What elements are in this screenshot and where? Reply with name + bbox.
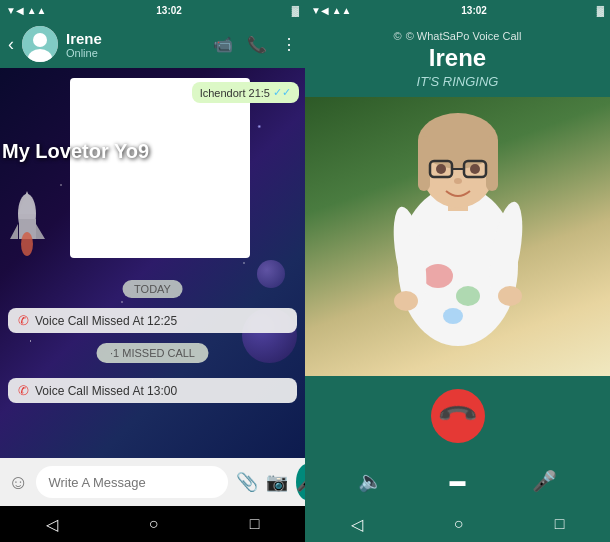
svg-point-24 xyxy=(454,178,462,184)
back-nav-button[interactable]: ◁ xyxy=(46,515,58,534)
svg-point-22 xyxy=(436,164,446,174)
svg-marker-6 xyxy=(10,224,18,239)
home-nav-button[interactable]: ○ xyxy=(149,515,159,533)
read-tick: ✓✓ xyxy=(273,86,291,99)
bottom-call-icons: 🔈 ▬ 🎤 xyxy=(305,456,610,506)
svg-point-12 xyxy=(456,286,480,306)
right-home-nav[interactable]: ○ xyxy=(454,515,464,533)
copyright-icon: © xyxy=(394,30,402,42)
voice-call-icon[interactable]: 📞 xyxy=(247,35,267,54)
emoji-button[interactable]: ☺ xyxy=(8,471,28,494)
left-status-bar: ▼◀ ▲▲ 13:02 ▓ xyxy=(0,0,305,20)
menu-icon[interactable]: ⋮ xyxy=(281,35,297,54)
app-label-text: © WhatSaPo Voice Call xyxy=(406,30,522,42)
recents-nav-button[interactable]: □ xyxy=(250,515,260,533)
caller-name: Irene xyxy=(305,44,610,72)
call-actions: 📞 xyxy=(305,376,610,456)
missed-call-message-2: ✆ Voice Call Missed At 13:00 xyxy=(8,378,297,403)
video-call-icon[interactable]: 📹 xyxy=(213,35,233,54)
message-input[interactable] xyxy=(36,466,228,498)
right-panel: ▼◀ ▲▲ 13:02 ▓ © © WhatSaPo Voice Call Ir… xyxy=(305,0,610,542)
video-toggle-button[interactable]: ▬ xyxy=(449,472,465,490)
overlay-text: My Lovetor Yo9 xyxy=(2,140,149,163)
chat-background: Ichendort 21:5 ✓✓ My Lovetor Yo9 xyxy=(0,68,305,458)
right-signal-icons: ▼◀ ▲▲ xyxy=(311,5,351,16)
missed-call-icon-2: ✆ xyxy=(18,383,29,398)
right-battery: ▓ xyxy=(597,5,604,16)
time-right: 13:02 xyxy=(461,5,487,16)
camera-icon[interactable]: 📷 xyxy=(266,471,288,493)
signal-icons: ▼◀ ▲▲ xyxy=(6,5,46,16)
chat-area: Ichendort 21:5 ✓✓ My Lovetor Yo9 xyxy=(0,68,305,458)
right-back-nav[interactable]: ◁ xyxy=(351,515,363,534)
svg-rect-17 xyxy=(418,136,430,191)
missed-call-message-1: ✆ Voice Call Missed At 12:25 xyxy=(8,308,297,333)
person-svg xyxy=(368,97,548,376)
mute-icon: 🎤 xyxy=(532,469,557,493)
speaker-button[interactable]: 🔈 xyxy=(358,469,383,493)
planet-small-decoration xyxy=(257,260,285,288)
decline-button[interactable]: 📞 xyxy=(419,378,495,454)
message-input-bar: ☺ 📎 📷 🎤 xyxy=(0,458,305,506)
right-status-bar: ▼◀ ▲▲ 13:02 ▓ xyxy=(305,0,610,20)
contact-status: Online xyxy=(66,47,205,59)
missed-call-badge: ·1 MISSED CALL xyxy=(96,343,209,363)
svg-point-1 xyxy=(33,33,47,47)
svg-point-23 xyxy=(470,164,480,174)
svg-point-28 xyxy=(498,286,522,306)
svg-point-27 xyxy=(394,291,418,311)
today-label: TODAY xyxy=(122,280,183,298)
missed-call-text-2: Voice Call Missed At 13:00 xyxy=(35,384,177,398)
back-button[interactable]: ‹ xyxy=(8,34,14,55)
caller-photo xyxy=(305,97,610,376)
svg-rect-18 xyxy=(486,136,498,191)
time-left: 13:02 xyxy=(156,5,182,16)
left-panel: ▼◀ ▲▲ 13:02 ▓ ‹ Irene Online 📹 📞 ⋮ xyxy=(0,0,305,542)
video-icon: ▬ xyxy=(449,472,465,490)
missed-call-icon-1: ✆ xyxy=(18,313,29,328)
phone-decline-icon: 📞 xyxy=(435,394,480,439)
right-status-icons: ▓ xyxy=(292,5,299,16)
status-bar-left: ▼◀ ▲▲ xyxy=(6,5,46,16)
contact-name: Irene xyxy=(66,30,205,47)
right-status-left: ▼◀ ▲▲ xyxy=(311,5,351,16)
app-label: © © WhatSaPo Voice Call xyxy=(305,30,610,42)
attach-icon[interactable]: 📎 xyxy=(236,471,258,493)
rocket-illustration xyxy=(10,189,45,278)
left-nav-bar: ◁ ○ □ xyxy=(0,506,305,542)
media-bubble xyxy=(70,78,250,258)
svg-point-8 xyxy=(21,232,33,256)
chat-header: ‹ Irene Online 📹 📞 ⋮ xyxy=(0,20,305,68)
missed-call-text-1: Voice Call Missed At 12:25 xyxy=(35,314,177,328)
contact-avatar xyxy=(22,26,58,62)
right-status-time: 13:02 xyxy=(461,5,487,16)
svg-marker-7 xyxy=(36,224,45,239)
right-recents-nav[interactable]: □ xyxy=(555,515,565,533)
ringing-status: IT'S RINGING xyxy=(305,74,610,89)
sent-message-text: Ichendort 21:5 xyxy=(200,87,270,99)
right-nav-bar: ◁ ○ □ xyxy=(305,506,610,542)
contact-info: Irene Online xyxy=(66,30,205,59)
status-time-left: 13:02 xyxy=(156,5,182,16)
svg-point-13 xyxy=(443,308,463,324)
header-actions: 📹 📞 ⋮ xyxy=(213,35,297,54)
speaker-icon: 🔈 xyxy=(358,469,383,493)
battery-icon: ▓ xyxy=(292,5,299,16)
svg-point-11 xyxy=(423,264,453,288)
right-battery-icon: ▓ xyxy=(597,5,604,16)
sent-message-bubble: Ichendort 21:5 ✓✓ xyxy=(192,82,299,103)
call-info: © © WhatSaPo Voice Call Irene IT'S RINGI… xyxy=(305,20,610,97)
mute-button[interactable]: 🎤 xyxy=(532,469,557,493)
